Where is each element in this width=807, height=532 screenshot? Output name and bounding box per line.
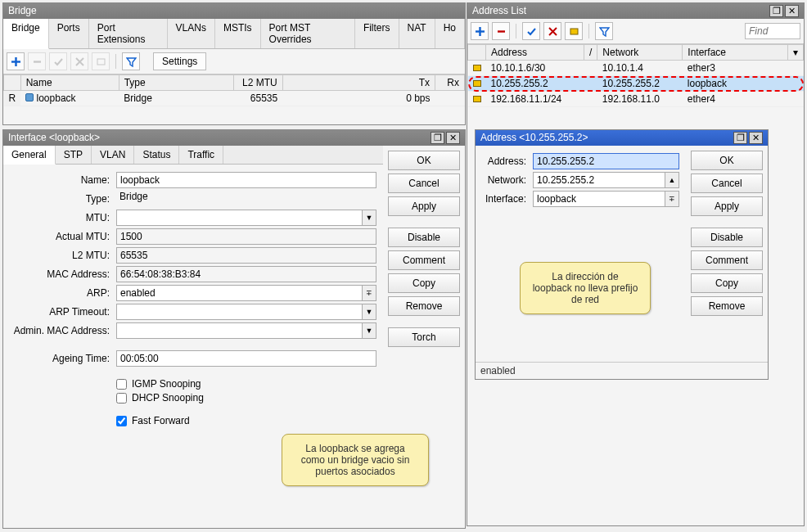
tab-vlan[interactable]: VLAN	[92, 146, 134, 164]
disable-button[interactable]: Disable	[388, 228, 460, 247]
dhcp-snooping-checkbox[interactable]	[116, 393, 127, 404]
comment-button[interactable]	[92, 52, 110, 70]
table-row[interactable]: 10.255.255.2 10.255.255.2 loopback	[468, 76, 804, 92]
apply-button[interactable]: Apply	[691, 196, 763, 216]
enable-button[interactable]	[522, 22, 540, 40]
tab-port-extensions[interactable]: Port Extensions	[89, 19, 168, 48]
disable-button[interactable]	[70, 52, 88, 70]
tab-stp[interactable]: STP	[56, 146, 92, 164]
add-button[interactable]	[471, 22, 489, 40]
dropdown-icon[interactable]: ∓	[363, 285, 376, 301]
interface-field[interactable]	[533, 191, 665, 207]
chevron-up-icon[interactable]: ▲	[665, 172, 679, 188]
comment-button[interactable]	[565, 22, 583, 40]
cancel-button[interactable]: Cancel	[691, 174, 763, 193]
address-list-toolbar	[467, 19, 804, 44]
tab-general[interactable]: General	[3, 146, 56, 165]
network-field[interactable]	[533, 172, 665, 188]
fast-forward-checkbox[interactable]	[116, 416, 127, 426]
tab-filters[interactable]: Filters	[355, 19, 399, 48]
tab-port-mst-overrides[interactable]: Port MST Overrides	[261, 19, 355, 48]
name-field[interactable]	[116, 172, 376, 188]
comment-button[interactable]: Comment	[691, 250, 763, 270]
tab-bridge[interactable]: Bridge	[3, 19, 49, 49]
remove-button[interactable]	[492, 22, 510, 40]
chevron-down-icon[interactable]: ▼	[363, 322, 376, 339]
enable-button[interactable]	[49, 52, 67, 70]
filter-button[interactable]	[122, 52, 140, 70]
bridge-toolbar: Settings	[3, 49, 465, 74]
mtu-field[interactable]	[116, 210, 363, 226]
restore-icon[interactable]: ❐	[769, 5, 783, 17]
torch-button[interactable]: Torch	[388, 327, 460, 347]
svg-rect-11	[570, 29, 578, 34]
flag-icon	[473, 96, 481, 102]
col-name[interactable]: Name	[20, 75, 119, 91]
arp-timeout-field[interactable]	[116, 304, 363, 320]
tab-mstis[interactable]: MSTIs	[215, 19, 261, 48]
col-tx[interactable]: Tx	[282, 75, 435, 91]
ok-button[interactable]: OK	[388, 151, 460, 170]
col-interface[interactable]: Interface	[683, 45, 788, 61]
bridge-tabs: Bridge Ports Port Extensions VLANs MSTIs…	[3, 19, 465, 49]
disable-button[interactable]	[543, 22, 561, 40]
address-grid: Address / Network Interface ▾ 10.10.1.6/…	[467, 44, 804, 107]
apply-button[interactable]: Apply	[388, 196, 460, 216]
col-menu[interactable]: ▾	[788, 45, 804, 61]
chevron-down-icon[interactable]: ▼	[363, 304, 376, 320]
admin-mac-field[interactable]	[116, 322, 363, 339]
remove-button[interactable]: Remove	[388, 296, 460, 316]
chevron-down-icon[interactable]: ▼	[363, 210, 376, 226]
l2mtu-field	[116, 247, 376, 264]
type-field: Bridge	[116, 191, 376, 207]
find-input[interactable]	[745, 23, 800, 39]
bridge-icon	[25, 93, 34, 101]
table-row[interactable]: 192.168.11.1/24 192.168.11.0 ether4	[468, 92, 804, 107]
table-row[interactable]: 10.10.1.6/30 10.10.1.4 ether3	[468, 61, 804, 76]
tab-ports[interactable]: Ports	[49, 19, 89, 48]
dropdown-icon[interactable]: ∓	[665, 191, 679, 207]
remove-button[interactable]	[28, 52, 46, 70]
add-button[interactable]	[7, 52, 25, 70]
interface-title: Interface <loopback>	[8, 130, 100, 146]
col-rx[interactable]: Rx	[435, 75, 465, 91]
mac-field	[116, 266, 376, 282]
arp-field[interactable]	[116, 285, 363, 301]
address-window: Address <10.255.255.2> ❐ ✕ Address: Netw…	[475, 129, 769, 380]
address-field[interactable]	[533, 153, 679, 169]
bridge-grid: Name Type L2 MTU Tx Rx R loopback Bridge…	[3, 74, 465, 106]
tab-hosts[interactable]: Ho	[435, 19, 465, 48]
col-address[interactable]: Address	[486, 45, 584, 61]
actual-mtu-field	[116, 228, 376, 245]
col-type[interactable]: Type	[119, 75, 233, 91]
ageing-time-field[interactable]	[116, 350, 376, 367]
interface-titlebar: Interface <loopback> ❐ ✕	[3, 130, 465, 146]
interface-form: Name: Type:Bridge MTU:▼ Actual MTU: L2 M…	[3, 165, 383, 434]
tab-traffic[interactable]: Traffic	[179, 146, 223, 164]
tab-status[interactable]: Status	[134, 146, 179, 164]
bridge-title: Bridge	[8, 3, 37, 19]
table-row[interactable]: R loopback Bridge 65535 0 bps	[4, 91, 465, 106]
flag-icon	[473, 65, 481, 71]
igmp-snooping-checkbox[interactable]	[116, 379, 127, 390]
callout-bridge-note: La loopback se agrega como un bridge vac…	[282, 434, 429, 486]
tab-vlans[interactable]: VLANs	[168, 19, 215, 48]
filter-button[interactable]	[595, 22, 613, 40]
close-icon[interactable]: ✕	[749, 132, 763, 144]
remove-button[interactable]: Remove	[691, 296, 763, 316]
ok-button[interactable]: OK	[691, 151, 763, 170]
col-network[interactable]: Network	[597, 45, 683, 61]
restore-icon[interactable]: ❐	[733, 132, 747, 144]
restore-icon[interactable]: ❐	[431, 132, 444, 144]
settings-button[interactable]: Settings	[153, 52, 206, 70]
tab-nat[interactable]: NAT	[399, 19, 435, 48]
copy-button[interactable]: Copy	[388, 273, 460, 293]
disable-button[interactable]: Disable	[691, 228, 763, 247]
close-icon[interactable]: ✕	[785, 5, 799, 17]
copy-button[interactable]: Copy	[691, 273, 763, 293]
close-icon[interactable]: ✕	[446, 132, 460, 144]
comment-button[interactable]: Comment	[388, 250, 460, 270]
cancel-button[interactable]: Cancel	[388, 174, 460, 193]
bridge-window: Bridge Bridge Ports Port Extensions VLAN…	[2, 2, 466, 125]
col-l2mtu[interactable]: L2 MTU	[233, 75, 282, 91]
